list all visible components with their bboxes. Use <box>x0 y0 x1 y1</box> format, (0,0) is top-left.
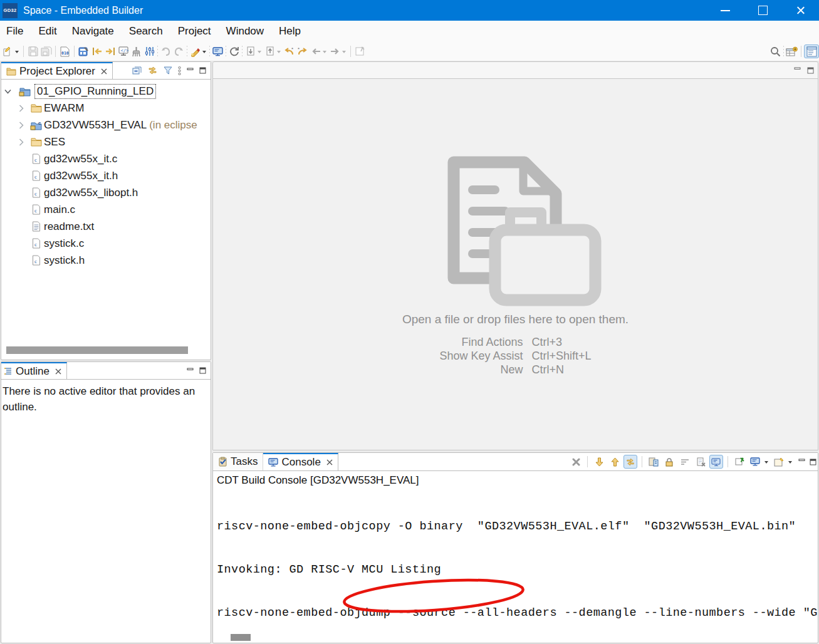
open-console-button[interactable] <box>772 455 786 469</box>
tab-label: Outline <box>16 365 50 378</box>
clean-button[interactable] <box>130 44 143 58</box>
pin-editor-button[interactable] <box>353 44 367 58</box>
tab-console[interactable]: Console <box>263 453 338 470</box>
open-perspective-button[interactable] <box>785 44 798 58</box>
minimize-view-icon[interactable] <box>794 67 801 73</box>
forward-history-button[interactable] <box>328 44 342 58</box>
redo-button[interactable] <box>172 44 185 58</box>
menu-help[interactable]: Help <box>271 21 308 42</box>
filter-icon[interactable] <box>164 66 172 75</box>
scroll-lock-toggle[interactable] <box>709 455 723 469</box>
back-history-button[interactable] <box>309 44 322 58</box>
minimize-view-icon[interactable] <box>187 368 194 374</box>
new-wizard-button[interactable] <box>1 44 14 58</box>
flash-programmer-button[interactable]: </> <box>117 44 130 58</box>
tab-project-explorer[interactable]: Project Explorer <box>1 62 113 79</box>
pin-console-button[interactable] <box>733 455 746 469</box>
clear-console-button[interactable] <box>694 455 707 469</box>
tree-item-c-file[interactable]: c gd32vw55x_libopt.h <box>1 184 211 201</box>
tree-item-label: gd32vw55x_it.c <box>44 153 117 165</box>
next-edit-location-button[interactable]: * <box>296 44 309 58</box>
tab-tasks[interactable]: Tasks <box>213 453 263 470</box>
build-settings-button[interactable] <box>143 44 156 58</box>
tree-item-c-file[interactable]: c systick.h <box>1 252 211 269</box>
jump-previous-button[interactable] <box>90 44 103 58</box>
forward-history-menu-caret[interactable] <box>342 51 346 55</box>
tree-item-folder[interactable]: EWARM <box>1 100 211 117</box>
maximize-window-button[interactable] <box>744 0 781 21</box>
binary-file-icon: 010 <box>60 46 70 57</box>
search-button[interactable] <box>769 44 782 58</box>
build-button[interactable] <box>77 44 90 58</box>
maximize-view-icon[interactable] <box>807 67 814 74</box>
explorer-horizontal-scrollbar[interactable] <box>1 346 211 355</box>
next-error-button[interactable] <box>592 455 606 469</box>
scrollbar-thumb[interactable] <box>231 634 251 641</box>
close-tab-icon[interactable] <box>326 459 333 465</box>
view-menu-icon[interactable] <box>178 66 181 75</box>
menu-window[interactable]: Window <box>219 21 271 42</box>
minimize-view-icon[interactable] <box>187 68 194 74</box>
new-wizard-menu-caret[interactable] <box>15 51 19 55</box>
open-console-toolbar-button[interactable] <box>211 44 224 58</box>
show-error-in-editor-toggle[interactable] <box>623 455 637 469</box>
minimize-view-icon[interactable] <box>798 459 805 465</box>
menu-project[interactable]: Project <box>170 21 219 42</box>
jump-next-button[interactable] <box>103 44 117 58</box>
tab-label: Project Explorer <box>19 65 95 78</box>
open-console-menu-caret[interactable] <box>788 461 792 465</box>
tree-item-c-file[interactable]: c gd32vw55x_it.h <box>1 167 211 184</box>
preserve-log-button[interactable] <box>662 455 676 469</box>
previous-error-button[interactable] <box>608 455 622 469</box>
menu-file[interactable]: File <box>0 21 31 42</box>
tree-item-c-file[interactable]: c main.c <box>1 201 211 218</box>
menu-edit[interactable]: Edit <box>31 21 64 42</box>
save-button[interactable] <box>26 44 39 58</box>
embedded-builder-perspective-button[interactable] <box>804 44 819 58</box>
next-annotation-button[interactable] <box>244 44 257 58</box>
back-history-menu-caret[interactable] <box>323 51 326 55</box>
save-console-output-button[interactable] <box>647 455 660 469</box>
tab-outline[interactable]: Outline <box>1 362 67 379</box>
last-edit-location-button[interactable]: * <box>283 44 296 58</box>
display-console-menu-caret[interactable] <box>764 461 768 465</box>
tree-item-c-file[interactable]: c systick.c <box>1 235 211 252</box>
minimize-window-button[interactable] <box>706 0 744 21</box>
tree-item-c-file[interactable]: c gd32vw55x_it.c <box>1 150 211 167</box>
terminate-button[interactable] <box>569 455 583 469</box>
menu-search[interactable]: Search <box>122 21 170 42</box>
maximize-view-icon[interactable] <box>199 67 206 74</box>
previous-annotation-menu-caret[interactable] <box>277 51 281 55</box>
previous-annotation-button[interactable] <box>263 44 276 58</box>
collapse-all-icon[interactable] <box>132 66 142 75</box>
expander-expanded-icon[interactable] <box>4 89 11 94</box>
tree-item-folder[interactable]: SES <box>1 133 211 150</box>
svg-text:c: c <box>34 157 37 163</box>
console-horizontal-scrollbar[interactable] <box>213 634 818 641</box>
tree-item-text-file[interactable]: readme.txt <box>1 218 211 235</box>
close-tab-icon[interactable] <box>101 68 107 75</box>
refresh-button[interactable] <box>227 44 241 58</box>
expander-collapsed-icon[interactable] <box>18 138 25 146</box>
maximize-view-icon[interactable] <box>199 367 206 374</box>
link-with-editor-icon[interactable] <box>147 66 158 75</box>
binary-file-button[interactable]: 010 <box>58 44 71 58</box>
svg-text:*: * <box>291 47 293 52</box>
display-selected-console-button[interactable] <box>748 455 762 469</box>
maximize-view-icon[interactable] <box>810 459 816 465</box>
next-annotation-menu-caret[interactable] <box>258 51 261 55</box>
scrollbar-thumb[interactable] <box>6 346 188 354</box>
expander-collapsed-icon[interactable] <box>18 122 25 129</box>
toolbar-separator <box>350 46 351 57</box>
expander-collapsed-icon[interactable] <box>18 105 25 112</box>
external-tools-menu-caret[interactable] <box>202 51 206 55</box>
undo-button[interactable] <box>159 44 172 58</box>
tree-item-c-project[interactable]: c GD32VW553H_EVAL (in eclipse <box>1 117 211 133</box>
save-all-button[interactable] <box>39 44 53 58</box>
word-wrap-button[interactable] <box>678 455 692 469</box>
external-tools-button[interactable] <box>189 44 202 58</box>
close-window-button[interactable] <box>781 0 819 21</box>
tree-item-project[interactable]: 01_GPIO_Running_LED <box>1 83 211 100</box>
menu-navigate[interactable]: Navigate <box>65 21 122 42</box>
close-tab-icon[interactable] <box>55 368 61 375</box>
